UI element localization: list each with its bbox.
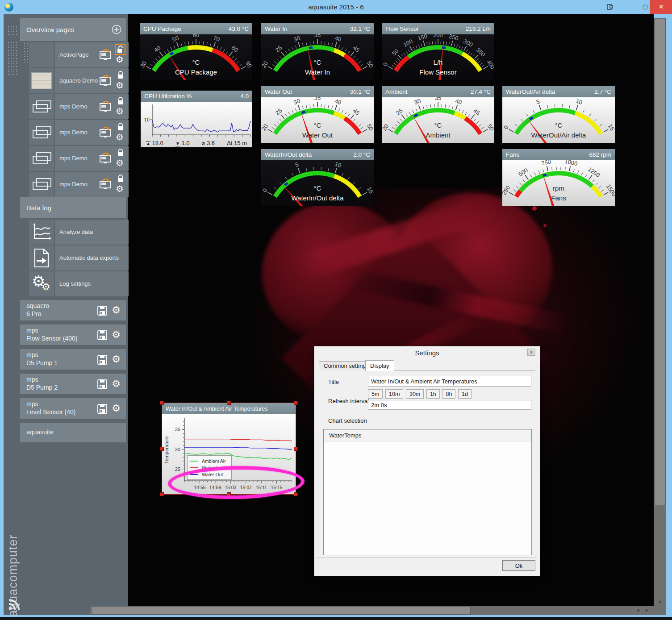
gear-icon[interactable]: ⚙ [112,330,121,340]
refresh-preset-10m[interactable]: 10m [385,389,403,399]
device-aquaero-6-pro[interactable]: aquaero6 Pro ⚙ [20,300,126,320]
sidebar-item-activepage[interactable]: ActivePage ⚙ [20,42,129,67]
monitor-arrow-icon[interactable] [99,126,112,139]
plus-circle-icon[interactable] [112,25,121,34]
chart-list-item-watertemps[interactable]: WaterTemps [324,429,531,441]
gear-icon[interactable]: ⚙ [116,133,124,141]
resize-handle-n[interactable] [227,401,231,405]
gauge-widget-waterin-out-delta[interactable]: WaterIn/Out delta2.0 °C 051015°CWaterIn/… [261,149,374,206]
title-field[interactable] [368,376,531,387]
sidebar-item-mps-demo-3[interactable]: mps Demo ⚙ [20,146,129,171]
svg-text:25: 25 [274,107,284,117]
horizontal-scrollbar-thumb[interactable] [91,607,471,615]
sidebar: Overview pages ActivePage ⚙ aquaero Demo [4,14,128,615]
refresh-preset-1h[interactable]: 1h [426,389,440,399]
pages-icon [33,100,52,115]
svg-text:250: 250 [502,184,511,196]
lock-icon[interactable] [117,70,125,80]
device-mps-d5-pump-2[interactable]: mpsD5 Pump 2 ⚙ [20,374,126,394]
window-menu-icon[interactable] [606,3,614,10]
save-icon[interactable] [97,306,107,316]
overview-pages-header[interactable]: Overview pages [20,18,126,41]
gear-icon[interactable]: ⚙ [112,305,121,315]
gauge-widget-waterout-air-delta[interactable]: WaterOut/Air delta2.7 °C 051015°CWaterOu… [502,86,615,143]
scroll-up-icon[interactable]: ▲ [654,599,666,603]
device-aquasuite[interactable]: aquasuite [20,423,126,442]
svg-text:150: 150 [417,34,428,42]
sidebar-item-automatic-data-exports[interactable]: Automatic data exports [20,246,129,270]
gauge-widget-cpu-package[interactable]: CPU Package43.0 °C 30405060708090°CCPU P… [140,23,252,80]
monitor-arrow-icon[interactable] [99,75,112,87]
gauge-widget-water-out[interactable]: Water Out30.1 °C 20253035404550°CWater O… [261,86,374,143]
sidebar-item-analyze-data[interactable]: Analyze data [20,220,129,245]
tab-display[interactable]: Display [365,360,394,371]
gauge-dial: 051015°CWaterOut/Air delta [502,97,615,143]
scroll-left-right-icons[interactable]: ◄ ► [635,608,651,612]
sidebar-item-mps-demo-1[interactable]: mps Demo ⚙ [20,94,129,119]
save-icon[interactable] [97,404,107,414]
gear-icon[interactable]: ⚙ [112,354,121,364]
refresh-interval-field[interactable] [368,400,531,410]
gauge-widget-flow-sensor[interactable]: Flow Sensor219.2 L/h 0501001502002503003… [382,23,494,80]
save-icon[interactable] [97,355,107,365]
lock-icon[interactable] [117,148,125,158]
chart-selection-list[interactable]: WaterTemps [323,429,532,555]
minimize-button[interactable]: – [627,1,639,12]
titlebar: aquasuite 2015 - 6 – ▢ ✕ [0,0,672,14]
lock-icon[interactable] [117,96,125,106]
gear-icon[interactable]: ⚙ [116,55,124,64]
gear-icon[interactable]: ⚙ [116,184,124,193]
rss-icon[interactable] [7,598,21,612]
svg-text:15: 15 [366,186,374,195]
monitor-arrow-icon[interactable] [99,152,112,165]
svg-text:100: 100 [402,38,413,49]
refresh-preset-8h[interactable]: 8h [442,389,455,399]
gear-icon[interactable]: ⚙ [112,379,121,389]
gear-icon[interactable]: ⚙ [112,404,121,413]
svg-text:25: 25 [395,107,404,117]
gauge-widget-fans[interactable]: Fans682 rpm 250500750100012501500rpmFans [502,149,615,206]
monitor-arrow-icon[interactable] [99,49,112,61]
resize-handle-sw[interactable] [160,492,164,496]
close-button[interactable]: ✕ [650,0,672,14]
svg-text:30: 30 [140,60,148,69]
lock-icon[interactable] [117,122,125,132]
sidebar-item-mps-demo-4[interactable]: mps Demo ⚙ [20,172,129,197]
save-icon[interactable] [97,379,107,389]
gear-icon[interactable]: ⚙ [116,107,124,116]
refresh-preset-5m[interactable]: 5m [368,389,383,399]
svg-text:30: 30 [293,34,301,43]
device-mps-flow-sensor[interactable]: mpsFlow Sensor (400) ⚙ [20,325,126,345]
vertical-scrollbar[interactable]: ▲ ▼ [654,18,666,615]
resize-handle-e[interactable] [294,447,298,451]
gauge-value: 2.0 °C [353,151,370,158]
resize-handle-ne[interactable] [294,401,298,405]
gauge-widget-ambient[interactable]: Ambient27.4 °C 20253035404550°CAmbient [382,86,494,143]
cpu-utilization-widget[interactable]: CPU Utilization %4.0 10 ▲ 18.0 ▼ 1.0 ⌀ 3… [141,91,252,147]
horizontal-scrollbar[interactable]: ◄ ► [90,606,666,615]
device-mps-level-sensor[interactable]: mpsLevel Sensor (40) ⚙ [20,398,126,419]
max-icon: ▲ [146,141,150,146]
unlock-icon[interactable] [115,44,125,55]
gear-icon[interactable]: ⚙ [116,158,124,167]
dialog-close-button[interactable]: x [527,349,535,356]
gear-icon[interactable]: ⚙ [116,81,124,90]
monitor-arrow-icon[interactable] [99,178,112,191]
monitor-arrow-icon[interactable] [99,100,112,113]
refresh-preset-30m[interactable]: 30m [406,389,424,399]
gauge-widget-water-in[interactable]: Water In32.1 °C 20253035404550°CWater In [261,23,374,80]
svg-text:20: 20 [382,123,390,132]
sidebar-item-log-settings[interactable]: ⚙ ⚙ Log settings [20,271,129,296]
data-log-header[interactable]: Data log [20,197,126,218]
resize-handle-nw[interactable] [160,401,164,405]
sidebar-item-aquaero-demo[interactable]: aquaero Demo ⚙ [20,68,129,93]
device-mps-d5-pump-1[interactable]: mpsD5 Pump 1 ⚙ [20,349,126,370]
save-icon[interactable] [97,330,107,340]
ok-button[interactable]: Ok [502,560,535,571]
refresh-preset-1d[interactable]: 1d [458,389,472,399]
sidebar-item-mps-demo-2[interactable]: mps Demo ⚙ [20,120,129,145]
resize-handle-w[interactable] [160,447,164,451]
resize-handle-se[interactable] [294,492,298,496]
lock-icon[interactable] [117,174,125,183]
vertical-scrollbar-thumb[interactable] [654,19,666,505]
